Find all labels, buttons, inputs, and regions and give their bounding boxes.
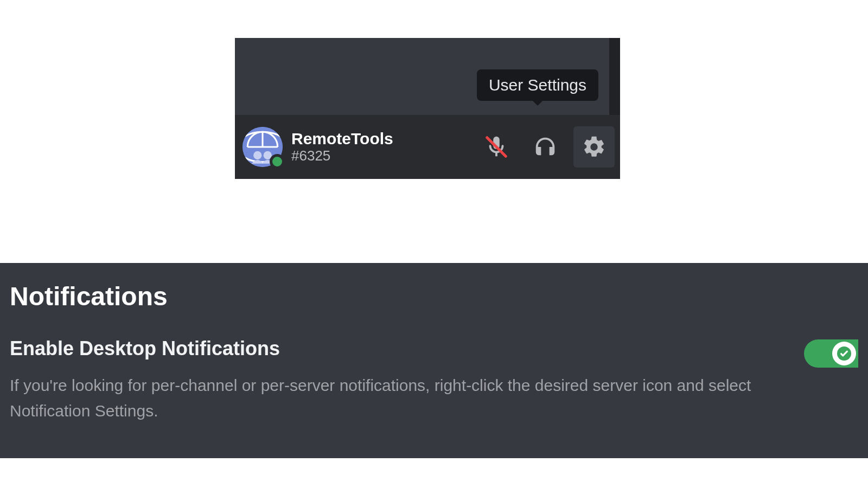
check-icon xyxy=(837,346,851,361)
settings-heading: Notifications xyxy=(10,281,858,311)
control-icons xyxy=(476,126,615,168)
headphones-icon xyxy=(533,134,558,159)
user-info[interactable]: RemoteTools #6325 xyxy=(291,130,471,164)
svg-point-3 xyxy=(253,151,261,159)
user-discriminator: #6325 xyxy=(291,147,471,164)
user-settings-tooltip: User Settings xyxy=(477,69,598,101)
tooltip-label: User Settings xyxy=(489,76,586,94)
toggle-knob xyxy=(832,342,856,365)
deafen-button[interactable] xyxy=(525,126,566,168)
microphone-muted-icon xyxy=(484,134,509,159)
notifications-settings-panel: Notifications Enable Desktop Notificatio… xyxy=(0,263,868,458)
desktop-notifications-toggle[interactable] xyxy=(804,339,858,368)
channel-area: User Settings xyxy=(235,38,620,115)
user-panel: RemoteTools #6325 xyxy=(235,115,620,179)
avatar[interactable] xyxy=(242,127,283,167)
gear-icon xyxy=(582,134,607,159)
settings-button[interactable] xyxy=(573,126,615,168)
user-panel-crop: User Settings Rem xyxy=(235,38,620,179)
setting-description: If you're looking for per-channel or per… xyxy=(10,373,788,423)
mute-button[interactable] xyxy=(476,126,517,168)
setting-title: Enable Desktop Notifications xyxy=(10,337,788,360)
setting-text: Enable Desktop Notifications If you're l… xyxy=(10,337,788,423)
username: RemoteTools xyxy=(291,130,471,147)
status-online-icon xyxy=(270,154,285,169)
enable-desktop-notifications-row: Enable Desktop Notifications If you're l… xyxy=(10,337,858,423)
